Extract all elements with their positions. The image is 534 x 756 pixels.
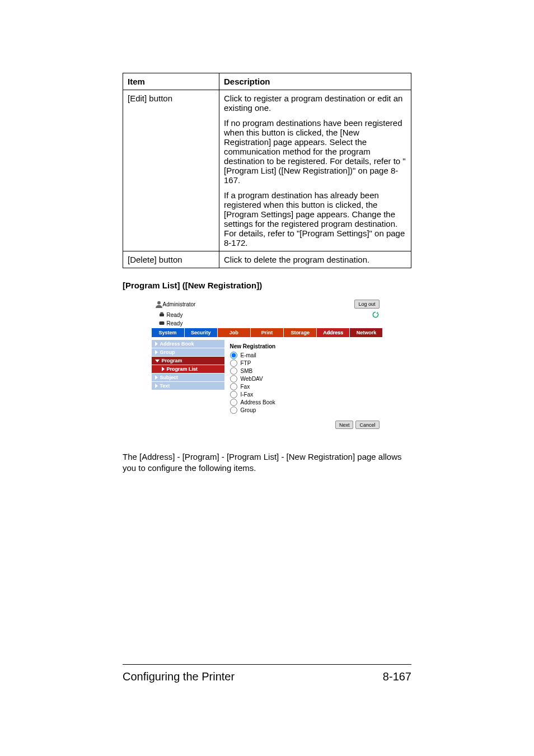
sidebar-item-label: Program List xyxy=(167,366,198,372)
sidebar: Address Book Group Program Program List … xyxy=(152,340,224,418)
tab-security[interactable]: Security xyxy=(185,328,218,337)
content-panel: New Registration E-mail FTP SMB WebDAV F… xyxy=(224,340,383,418)
cancel-button[interactable]: Cancel xyxy=(355,421,379,429)
radio-input[interactable] xyxy=(230,383,237,390)
radio-addressbook[interactable]: Address Book xyxy=(230,398,377,406)
radio-label: I-Fax xyxy=(241,391,254,398)
user-icon xyxy=(155,300,163,308)
radio-webdav[interactable]: WebDAV xyxy=(230,375,377,382)
radio-label: Fax xyxy=(241,384,250,390)
radio-ftp[interactable]: FTP xyxy=(230,359,377,367)
tab-network[interactable]: Network xyxy=(350,328,382,337)
sidebar-item-text[interactable]: Text xyxy=(152,382,224,390)
col-item-header: Item xyxy=(123,73,219,90)
svg-rect-3 xyxy=(159,321,164,325)
radio-label: E-mail xyxy=(241,352,256,358)
radio-input[interactable] xyxy=(230,407,237,414)
radio-smb[interactable]: SMB xyxy=(230,367,377,375)
radio-input[interactable] xyxy=(230,391,237,398)
footer-rule xyxy=(123,664,411,665)
panel-title: New Registration xyxy=(230,343,377,349)
svg-point-0 xyxy=(157,301,161,305)
cell-paragraph: Click to register a program destination … xyxy=(224,94,406,113)
page-footer: Configuring the Printer 8-167 xyxy=(123,664,411,683)
sidebar-item-label: Address Book xyxy=(160,341,194,347)
col-desc-header: Description xyxy=(219,73,411,90)
svg-rect-2 xyxy=(160,312,163,314)
sidebar-item-label: Subject xyxy=(160,375,179,380)
radio-email[interactable]: E-mail xyxy=(230,351,377,359)
tabs-row: System Security Job Print Storage Addres… xyxy=(152,328,383,337)
footer-page-number: 8-167 xyxy=(383,670,411,683)
screenshot-header: Administrator Log out xyxy=(152,298,383,310)
radio-input[interactable] xyxy=(230,367,237,375)
table-row: [Delete] button Click to delete the prog… xyxy=(123,251,411,268)
sidebar-item-subject[interactable]: Subject xyxy=(152,374,224,382)
radio-label: Group xyxy=(241,407,256,413)
chevron-right-icon xyxy=(155,375,158,380)
chevron-down-icon xyxy=(155,360,160,362)
svg-rect-1 xyxy=(160,314,164,316)
sidebar-item-program-list[interactable]: Program List xyxy=(152,365,224,374)
radio-input[interactable] xyxy=(230,360,237,367)
logout-button[interactable]: Log out xyxy=(354,300,379,309)
radio-label: WebDAV xyxy=(241,376,263,382)
cell-desc: Click to delete the program destination. xyxy=(219,251,411,268)
footer-title: Configuring the Printer xyxy=(123,670,235,683)
tab-address[interactable]: Address xyxy=(317,328,350,337)
tab-system[interactable]: System xyxy=(152,328,185,337)
cell-item: [Edit] button xyxy=(123,90,219,251)
sidebar-item-label: Group xyxy=(160,349,175,355)
sidebar-item-group[interactable]: Group xyxy=(152,348,224,357)
refresh-icon[interactable] xyxy=(372,311,380,319)
status-row-2: Ready xyxy=(152,319,383,327)
cell-paragraph: If a program destination has already bee… xyxy=(224,190,406,248)
chevron-right-icon xyxy=(155,350,158,354)
chevron-right-icon xyxy=(155,384,158,388)
sidebar-item-label: Program xyxy=(162,358,182,363)
radio-label: SMB xyxy=(241,368,253,374)
description-table: Item Description [Edit] button Click to … xyxy=(123,73,411,268)
radio-input[interactable] xyxy=(230,352,237,359)
screenshot-body: Address Book Group Program Program List … xyxy=(152,339,383,418)
next-button[interactable]: Next xyxy=(335,421,354,429)
tab-print[interactable]: Print xyxy=(251,328,284,337)
radio-input[interactable] xyxy=(230,399,237,406)
status-text: Ready xyxy=(167,320,183,326)
sidebar-item-program[interactable]: Program xyxy=(152,357,224,365)
chevron-right-icon xyxy=(155,342,158,346)
status-row-1: Ready xyxy=(152,310,383,319)
radio-group[interactable]: Group xyxy=(230,406,377,414)
printer-icon xyxy=(158,311,165,318)
section-heading: [Program List] ([New Registration]) xyxy=(123,281,411,290)
caption-text: The [Address] - [Program] - [Program Lis… xyxy=(123,451,411,474)
tab-job[interactable]: Job xyxy=(218,328,251,337)
admin-label: Administrator xyxy=(163,301,355,307)
cell-paragraph: If no program destinations have been reg… xyxy=(224,118,406,185)
radio-ifax[interactable]: I-Fax xyxy=(230,390,377,398)
radio-fax[interactable]: Fax xyxy=(230,382,377,390)
radio-input[interactable] xyxy=(230,375,237,382)
cell-paragraph: Click to delete the program destination. xyxy=(224,255,406,264)
chevron-right-icon xyxy=(162,367,165,371)
radio-label: Address Book xyxy=(241,399,275,405)
embedded-screenshot: Administrator Log out Ready Ready System… xyxy=(152,298,383,429)
cell-desc: Click to register a program destination … xyxy=(219,90,411,251)
table-row: [Edit] button Click to register a progra… xyxy=(123,90,411,251)
sidebar-item-label: Text xyxy=(160,383,170,389)
status-text: Ready xyxy=(167,312,183,318)
sidebar-item-address-book[interactable]: Address Book xyxy=(152,340,224,348)
cell-item: [Delete] button xyxy=(123,251,219,268)
tab-storage[interactable]: Storage xyxy=(284,328,317,337)
screenshot-footer: Next Cancel xyxy=(152,418,383,429)
toner-icon xyxy=(158,320,165,326)
radio-label: FTP xyxy=(241,360,251,366)
